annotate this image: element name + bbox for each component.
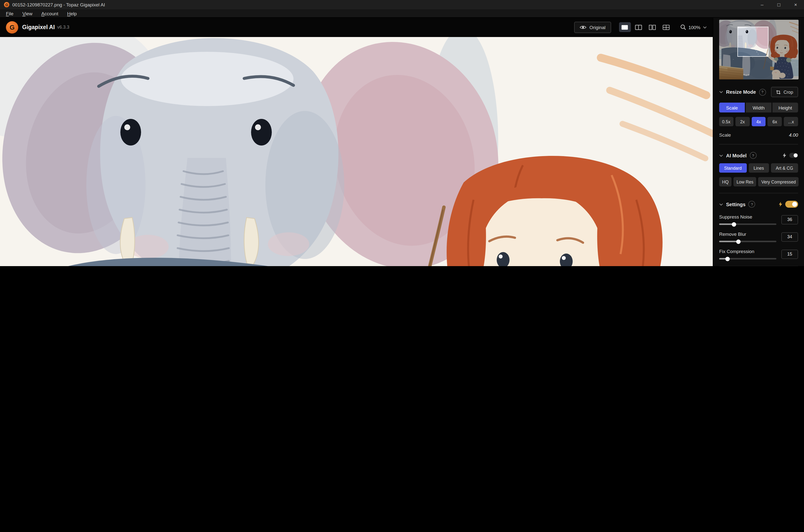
window-title: 00152-1209870227.png - Topaz Gigapixel A… bbox=[12, 2, 105, 7]
tab-scale[interactable]: Scale bbox=[719, 102, 745, 112]
slider-knob[interactable] bbox=[736, 239, 741, 244]
close-button[interactable]: × bbox=[787, 0, 804, 10]
tab-height[interactable]: Height bbox=[772, 102, 798, 112]
original-label: Original bbox=[590, 24, 606, 30]
menu-file[interactable]: File bbox=[2, 10, 18, 17]
fix-compression-row: Fix Compression 15 bbox=[719, 249, 798, 260]
slider-knob[interactable] bbox=[726, 256, 730, 261]
app-version: v6.3.3 bbox=[57, 25, 69, 30]
model-buttons-row1: Standard Lines Art & CG bbox=[719, 163, 798, 173]
ai-model-header[interactable]: AI Model ? bbox=[719, 152, 798, 159]
scale-factor-buttons: 0.5x 2x 4x 6x ...x bbox=[719, 117, 798, 126]
model-buttons-row2: HQ Low Res Very Compressed bbox=[719, 177, 798, 187]
ai-auto-toggle[interactable] bbox=[789, 153, 798, 158]
resize-mode-title: Resize Mode bbox=[726, 89, 756, 95]
tab-width[interactable]: Width bbox=[746, 102, 771, 112]
resize-mode-header[interactable]: Resize Mode ? Crop bbox=[719, 87, 798, 97]
side-by-side-view-button[interactable] bbox=[646, 22, 658, 32]
suppress-noise-label: Suppress Noise bbox=[719, 214, 777, 220]
fix-compression-slider[interactable] bbox=[719, 258, 777, 260]
resize-help-icon[interactable]: ? bbox=[759, 89, 766, 95]
menu-view[interactable]: View bbox=[19, 10, 37, 17]
view-mode-group bbox=[619, 22, 672, 32]
ai-model-title: AI Model bbox=[726, 153, 747, 158]
settings-panel: Resize Mode ? Crop Scale Width Height 0.… bbox=[713, 18, 804, 266]
chevron-down-icon bbox=[719, 203, 723, 206]
divider bbox=[719, 144, 798, 145]
eye-icon bbox=[579, 25, 587, 30]
search-icon bbox=[680, 24, 686, 30]
scale-value: 4.00 bbox=[789, 132, 798, 138]
original-preview-button[interactable]: Original bbox=[574, 21, 611, 33]
remove-blur-label: Remove Blur bbox=[719, 231, 777, 237]
remove-blur-row: Remove Blur 34 bbox=[719, 231, 798, 242]
factor-2x[interactable]: 2x bbox=[735, 117, 750, 126]
navigator-thumbnail[interactable] bbox=[719, 20, 799, 79]
suppress-noise-value[interactable]: 36 bbox=[781, 215, 798, 224]
model-hq-button[interactable]: HQ bbox=[719, 177, 731, 187]
quad-view-button[interactable] bbox=[660, 22, 672, 32]
minimize-button[interactable]: – bbox=[754, 0, 770, 10]
side-by-side-icon bbox=[649, 24, 656, 30]
artwork-image bbox=[0, 37, 713, 266]
crop-icon bbox=[776, 90, 781, 94]
chevron-down-icon bbox=[719, 91, 723, 93]
ai-model-help-icon[interactable]: ? bbox=[749, 152, 757, 159]
app-icon: G bbox=[4, 2, 9, 7]
zoom-level: 100% bbox=[688, 24, 701, 30]
bolt-icon bbox=[783, 153, 786, 158]
scale-label: Scale bbox=[719, 132, 731, 138]
toolbar: G Gigapixel AI v6.3.3 Original bbox=[0, 18, 713, 37]
menu-account[interactable]: Account bbox=[38, 10, 62, 17]
navigator-viewport-rect[interactable] bbox=[738, 27, 768, 57]
suppress-noise-slider[interactable] bbox=[719, 224, 777, 225]
split-view-button[interactable] bbox=[633, 22, 645, 32]
remove-blur-slider[interactable] bbox=[719, 241, 777, 242]
menu-help[interactable]: Help bbox=[63, 10, 81, 17]
model-art-cg-button[interactable]: Art & CG bbox=[771, 163, 798, 173]
quad-view-icon bbox=[663, 24, 670, 30]
image-viewport[interactable]: Standard Updated bbox=[0, 37, 713, 266]
crop-button[interactable]: Crop bbox=[771, 87, 798, 97]
zoom-control[interactable]: 100% bbox=[680, 24, 707, 30]
settings-header[interactable]: Settings ? bbox=[719, 201, 798, 208]
crop-label: Crop bbox=[784, 90, 793, 94]
auto-settings-toggle[interactable] bbox=[785, 201, 798, 208]
factor-0.5x[interactable]: 0.5x bbox=[719, 117, 733, 126]
slider-knob[interactable] bbox=[732, 222, 736, 226]
app-window: G 00152-1209870227.png - Topaz Gigapixel… bbox=[0, 0, 804, 266]
suppress-noise-row: Suppress Noise 36 bbox=[719, 214, 798, 225]
single-view-icon bbox=[621, 24, 628, 30]
app-name: Gigapixel AI bbox=[22, 24, 55, 30]
split-view-icon bbox=[635, 24, 642, 30]
single-view-button[interactable] bbox=[619, 22, 631, 32]
resize-tabs: Scale Width Height bbox=[719, 102, 798, 112]
model-lowres-button[interactable]: Low Res bbox=[733, 177, 756, 187]
maximize-button[interactable]: □ bbox=[770, 0, 787, 10]
gigapixel-logo-icon: G bbox=[6, 21, 18, 33]
settings-title: Settings bbox=[726, 202, 746, 207]
divider bbox=[719, 193, 798, 193]
titlebar: G 00152-1209870227.png - Topaz Gigapixel… bbox=[0, 0, 804, 10]
settings-help-icon[interactable]: ? bbox=[748, 201, 755, 208]
chevron-down-icon bbox=[703, 26, 707, 28]
model-lines-button[interactable]: Lines bbox=[748, 163, 769, 173]
factor-4x[interactable]: 4x bbox=[751, 117, 766, 126]
chevron-down-icon bbox=[719, 154, 723, 157]
model-standard-button[interactable]: Standard bbox=[719, 163, 747, 173]
menubar: File View Account Help bbox=[0, 10, 804, 18]
bolt-icon bbox=[779, 202, 782, 207]
fix-compression-label: Fix Compression bbox=[719, 249, 777, 254]
factor-6x[interactable]: 6x bbox=[768, 117, 782, 126]
model-very-compressed-button[interactable]: Very Compressed bbox=[759, 177, 799, 187]
fix-compression-value[interactable]: 15 bbox=[781, 249, 798, 259]
factor-custom[interactable]: ...x bbox=[784, 117, 798, 126]
remove-blur-value[interactable]: 34 bbox=[781, 232, 798, 242]
